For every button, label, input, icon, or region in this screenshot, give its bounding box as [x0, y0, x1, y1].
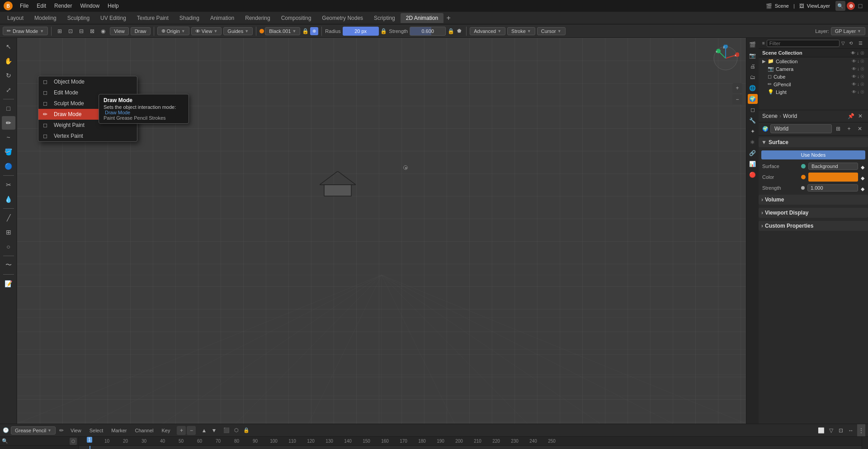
- prop-tab-render[interactable]: 📷: [748, 51, 758, 61]
- tool-tint[interactable]: 🔵: [2, 159, 15, 173]
- ws-tab-compositing[interactable]: Compositing: [276, 13, 317, 23]
- tl-track-up[interactable]: ▲: [199, 426, 208, 435]
- tl-clip-icon[interactable]: ⬛: [222, 426, 231, 435]
- volume-header[interactable]: › Volume: [759, 195, 868, 205]
- ol-light[interactable]: 💡 Light 👁 ↓ ☉: [764, 88, 868, 96]
- tool-cutter[interactable]: ✂: [2, 178, 15, 192]
- tool-line[interactable]: ╱: [2, 211, 15, 224]
- tool-eyedropper[interactable]: 💧: [2, 192, 15, 206]
- world-crumb[interactable]: World: [783, 113, 797, 119]
- material-color-dot[interactable]: [259, 29, 264, 33]
- ws-tab-layout[interactable]: Layout: [2, 13, 29, 23]
- tb-icon-5[interactable]: ◉: [98, 26, 108, 36]
- ws-tab-geometry-nodes[interactable]: Geometry Nodes: [316, 13, 368, 23]
- draw-btn[interactable]: Draw: [131, 27, 151, 35]
- scene-col-vis-icon[interactable]: 👁: [851, 51, 855, 56]
- prop-tab-output[interactable]: 🖨: [748, 61, 758, 71]
- tb-icon-4[interactable]: ⊠: [87, 26, 97, 36]
- mode-vertex-paint[interactable]: ◻ Vertex Paint: [38, 131, 137, 141]
- ws-tab-rendering[interactable]: Rendering: [240, 13, 275, 23]
- ws-tab-texture-paint[interactable]: Texture Paint: [132, 13, 174, 23]
- tool-cursor[interactable]: ↖: [2, 40, 15, 53]
- tl-norm-icon[interactable]: ↔: [846, 426, 855, 435]
- tl-marker-btn[interactable]: Marker: [108, 427, 130, 434]
- prop-tab-particles[interactable]: ✦: [748, 126, 758, 136]
- tool-move[interactable]: ✋: [2, 54, 15, 68]
- strength-socket[interactable]: [801, 186, 805, 190]
- ws-tab-shading[interactable]: Shading: [174, 13, 205, 23]
- color-keyframe-dot[interactable]: ◆: [861, 175, 864, 179]
- tl-key-btn[interactable]: Key: [158, 427, 173, 434]
- ol-cube[interactable]: ◻ Cube 👁 ↓ ☉: [764, 73, 868, 80]
- cam-eye-icon[interactable]: 👁: [852, 66, 856, 71]
- tool-interpolate[interactable]: 〜: [2, 258, 15, 272]
- gp-render-icon[interactable]: ☉: [860, 82, 864, 87]
- sync-icon[interactable]: ⟲: [847, 39, 855, 47]
- tl-funnel-icon[interactable]: ▽: [826, 426, 835, 435]
- material-selector[interactable]: Black.001 ▼: [265, 27, 300, 35]
- scene-col-render-icon[interactable]: ☉: [860, 51, 864, 56]
- pin-icon[interactable]: 📌: [847, 112, 855, 120]
- tool-circle[interactable]: ○: [2, 240, 15, 253]
- strength-lock-icon[interactable]: 🔒: [447, 28, 454, 35]
- ws-tab-sculpting[interactable]: Sculpting: [62, 13, 95, 23]
- timeline-editor-type[interactable]: 🕐: [3, 427, 9, 433]
- tl-right-handle[interactable]: ⋮: [862, 437, 868, 449]
- timeline-tracks[interactable]: 1: [79, 446, 862, 449]
- mode-selector[interactable]: ✏ Draw Mode ▼: [3, 27, 48, 35]
- outliner-search[interactable]: [767, 40, 840, 47]
- tb-icon-2[interactable]: ⊡: [66, 26, 75, 36]
- tl-channel-btn[interactable]: Channel: [132, 427, 156, 434]
- tool-scale[interactable]: ⤢: [2, 83, 15, 97]
- menu-render[interactable]: Render: [51, 2, 75, 10]
- view-btn2[interactable]: 👁 View ▼: [191, 27, 222, 35]
- tool-erase[interactable]: ~: [2, 131, 15, 144]
- close-panel-icon[interactable]: ✕: [856, 112, 864, 120]
- cam-render-icon[interactable]: ☉: [860, 66, 864, 71]
- outliner-filter-icon[interactable]: ▽: [841, 41, 845, 46]
- orientation-gizmo[interactable]: X Y Z: [712, 45, 739, 72]
- tool-rotate[interactable]: ↻: [2, 69, 15, 82]
- tl-zoom-add[interactable]: +: [177, 426, 186, 435]
- prop-tab-object[interactable]: ◻: [748, 105, 758, 115]
- outliner-menu-icon[interactable]: ≡: [762, 41, 765, 46]
- tool-draw[interactable]: ✏: [2, 116, 15, 130]
- viewport[interactable]: X Y Z + − ◻ Object Mode ◻: [17, 38, 746, 424]
- ws-tab-2d-animation[interactable]: 2D Animation: [401, 13, 443, 23]
- filter-icon[interactable]: ☰: [856, 39, 864, 47]
- scene-crumb[interactable]: Scene: [762, 113, 778, 119]
- light-eye-icon[interactable]: 👁: [852, 89, 856, 94]
- guides-btn[interactable]: Guides ▼: [223, 27, 253, 35]
- advanced-btn[interactable]: Advanced ▼: [470, 27, 505, 35]
- color-picker-btn[interactable]: [808, 173, 858, 182]
- light-restrict-icon[interactable]: ↓: [857, 89, 859, 94]
- surface-socket[interactable]: [801, 164, 806, 168]
- zoom-out-btn[interactable]: −: [732, 94, 742, 104]
- viewport-display-header[interactable]: › Viewport Display: [759, 208, 868, 218]
- prop-tab-modifier[interactable]: 🔧: [748, 116, 758, 126]
- tool-annotate[interactable]: 📝: [2, 277, 15, 290]
- tb-icon-1[interactable]: ⊞: [55, 26, 65, 36]
- surface-header[interactable]: ▼ Surface: [759, 137, 868, 147]
- tl-track-down[interactable]: ▼: [209, 426, 218, 435]
- radius-slider[interactable]: 20 px: [343, 27, 379, 36]
- browse-world-icon[interactable]: ⊞: [834, 124, 843, 133]
- tl-view-btn[interactable]: View: [67, 427, 85, 434]
- search-btn[interactable]: 🔍: [835, 1, 845, 11]
- prop-tab-physics[interactable]: ⚛: [748, 137, 758, 147]
- cube-eye-icon[interactable]: 👁: [852, 74, 856, 79]
- tl-select-btn[interactable]: Select: [86, 427, 107, 434]
- gizmo-widget[interactable]: X Y Z: [712, 45, 739, 72]
- grease-pencil-label[interactable]: Grease Pencil ▼: [11, 426, 56, 435]
- origin-btn[interactable]: ⊕ Origin ▼: [157, 27, 189, 35]
- ol-camera[interactable]: 📷 Camera 👁 ↓ ☉: [764, 65, 868, 73]
- add-workspace-btn[interactable]: +: [443, 13, 453, 23]
- cube-render-icon[interactable]: ☉: [860, 74, 864, 79]
- tl-search-input[interactable]: [9, 439, 68, 444]
- maximize-btn[interactable]: □: [856, 2, 864, 10]
- ws-tab-scripting[interactable]: Scripting: [368, 13, 401, 23]
- gp-eye-icon[interactable]: 👁: [852, 82, 856, 87]
- ws-tab-modeling[interactable]: Modeling: [29, 13, 62, 23]
- tl-lock-icon[interactable]: 🔒: [242, 426, 251, 435]
- radius-lock-icon[interactable]: 🔒: [380, 28, 387, 35]
